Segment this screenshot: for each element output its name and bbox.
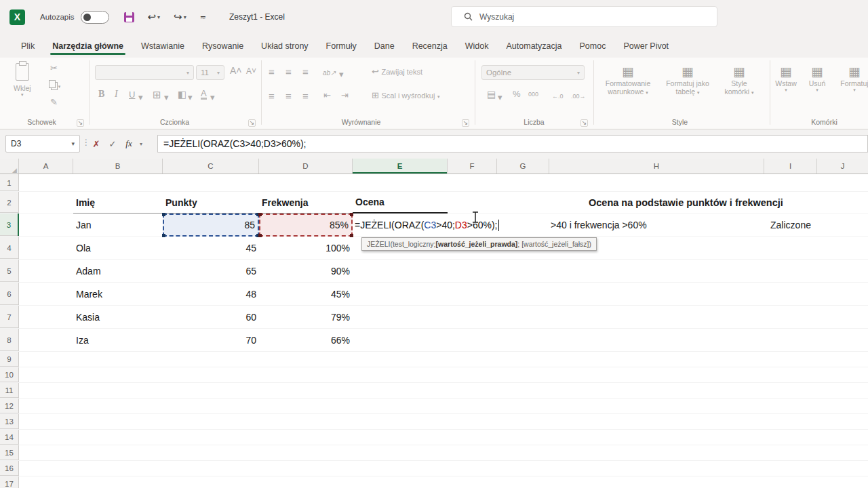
select-all-button[interactable]: ◢	[0, 159, 19, 174]
cell-d6[interactable]: 45%	[259, 283, 353, 306]
shrink-font-button[interactable]: A˅	[246, 66, 256, 76]
cell-d5[interactable]: 90%	[259, 260, 353, 283]
search-input[interactable]: Wyszukaj	[451, 6, 717, 27]
cancel-button[interactable]	[89, 135, 104, 152]
tab-automatyzacja[interactable]: Automatyzacja	[498, 34, 571, 58]
column-header-b[interactable]: B	[73, 159, 163, 174]
comma-style-button[interactable]: 000	[528, 91, 538, 98]
format-cells-button[interactable]: Formatuj	[837, 64, 868, 93]
cell-c7[interactable]: 60	[163, 306, 259, 329]
column-header-j[interactable]: J	[817, 159, 868, 174]
row-header-1[interactable]: 1	[0, 174, 19, 191]
row-header-17[interactable]: 17	[0, 476, 19, 488]
align-top-button[interactable]	[269, 66, 275, 77]
percent-style-button[interactable]: %	[513, 89, 521, 99]
row-header-14[interactable]: 14	[0, 430, 19, 445]
excel-logo-icon[interactable]: X	[9, 9, 25, 25]
align-right-button[interactable]	[302, 90, 309, 102]
row-header-7[interactable]: 7	[0, 306, 19, 328]
format-painter-button[interactable]	[50, 97, 58, 107]
dialog-launcher-liczba[interactable]: ↘	[580, 119, 588, 127]
dialog-launcher-schowek[interactable]: ↘	[77, 119, 84, 127]
column-header-e[interactable]: E	[353, 159, 448, 174]
increase-indent-button[interactable]	[341, 90, 349, 100]
cell-c3-ref-highlight[interactable]: 85	[163, 214, 259, 237]
cell-d4[interactable]: 100%	[259, 237, 353, 260]
row-header-12[interactable]: 12	[0, 399, 19, 413]
borders-button[interactable]	[153, 89, 161, 101]
enter-button[interactable]	[105, 135, 120, 152]
cell-i3[interactable]: Zaliczone	[764, 214, 817, 237]
format-as-table-button[interactable]: Formatuj jako tabelę	[663, 64, 712, 97]
row-header-16[interactable]: 16	[0, 461, 19, 476]
tab-recenzja[interactable]: Recenzja	[403, 34, 456, 58]
customize-qat-button[interactable]: ≂	[200, 13, 206, 22]
cell-c8[interactable]: 70	[163, 329, 259, 352]
accounting-dropdown[interactable]	[498, 92, 502, 102]
orientation-button[interactable]	[323, 67, 336, 77]
number-format-select[interactable]: Ogólne	[481, 65, 585, 80]
row-header-11[interactable]: 11	[0, 383, 19, 398]
wrap-text-button[interactable]: Zawijaj tekst	[372, 66, 422, 77]
cell-b2[interactable]: Imię	[73, 192, 163, 214]
row-header-3[interactable]: 3	[0, 214, 19, 236]
fill-color-dropdown[interactable]	[188, 92, 193, 102]
cell-d2[interactable]: Frekwenja	[259, 192, 353, 214]
tab-pomoc[interactable]: Pomoc	[570, 34, 614, 58]
cell-d8[interactable]: 66%	[259, 329, 353, 352]
cell-d3-ref-highlight[interactable]: 85%	[259, 214, 353, 237]
row-header-10[interactable]: 10	[0, 367, 19, 382]
cell-c4[interactable]: 45	[163, 237, 259, 260]
cell-styles-button[interactable]: Style komórki	[717, 64, 761, 97]
ref-handle[interactable]	[258, 213, 262, 216]
row-header-8[interactable]: 8	[0, 329, 19, 351]
align-left-button[interactable]	[269, 90, 275, 102]
column-header-a[interactable]: A	[19, 159, 73, 174]
row-header-13[interactable]: 13	[0, 414, 19, 429]
underline-button[interactable]: U	[129, 89, 135, 100]
dialog-launcher-wyrownanie[interactable]: ↘	[462, 119, 469, 127]
underline-dropdown[interactable]	[138, 92, 143, 102]
insert-function-button[interactable]: fx	[121, 135, 136, 152]
redo-button[interactable]	[174, 11, 186, 23]
bold-button[interactable]: B	[98, 89, 104, 100]
save-icon[interactable]	[124, 12, 134, 22]
column-header-c[interactable]: C	[163, 159, 259, 174]
accounting-format-button[interactable]	[487, 89, 496, 100]
paste-button[interactable]: Wklej	[14, 63, 31, 98]
cell-b3[interactable]: Jan	[73, 214, 163, 237]
borders-dropdown[interactable]	[164, 92, 169, 102]
row-header-5[interactable]: 5	[0, 260, 19, 282]
cell-c6[interactable]: 48	[163, 283, 259, 306]
align-middle-button[interactable]	[285, 66, 292, 77]
tab-narzedzia-glowne[interactable]: Narzędzia główne	[43, 34, 132, 58]
cell-b6[interactable]: Marek	[73, 283, 163, 306]
column-header-d[interactable]: D	[259, 159, 353, 174]
name-box[interactable]: D3	[5, 135, 80, 152]
conditional-formatting-button[interactable]: Formatowanie warunkowe	[604, 64, 652, 97]
cell-e2[interactable]: Ocena	[353, 192, 448, 214]
column-header-f[interactable]: F	[448, 159, 497, 174]
font-name-select[interactable]	[95, 65, 194, 80]
insert-cells-button[interactable]: Wstaw	[773, 64, 799, 93]
tab-widok[interactable]: Widok	[456, 34, 498, 58]
row-header-15[interactable]: 15	[0, 445, 19, 460]
cell-c2[interactable]: Punkty	[163, 192, 259, 214]
delete-cells-button[interactable]: Usuń	[804, 64, 830, 93]
increase-decimal-button[interactable]	[552, 90, 564, 100]
font-color-dropdown[interactable]	[210, 92, 215, 102]
tab-wstawianie[interactable]: Wstawianie	[132, 34, 193, 58]
cell-h3[interactable]: >40 i frekwencja >60%	[549, 214, 764, 237]
cell-b5[interactable]: Adam	[73, 260, 163, 283]
column-header-g[interactable]: G	[497, 159, 549, 174]
tab-uklad-strony[interactable]: Układ strony	[252, 34, 317, 58]
cell-d7[interactable]: 79%	[259, 306, 353, 329]
decrease-indent-button[interactable]	[323, 90, 331, 100]
font-size-select[interactable]: 11	[196, 65, 224, 80]
cell-c5[interactable]: 65	[163, 260, 259, 283]
tab-rysowanie[interactable]: Rysowanie	[193, 34, 252, 58]
dialog-launcher-czcionka[interactable]: ↘	[248, 119, 256, 127]
grow-font-button[interactable]: A˄	[230, 65, 242, 76]
row-header-4[interactable]: 4	[0, 237, 19, 259]
cell-h2-title[interactable]: Ocena na podstawie punktów i frekwencji	[549, 192, 764, 214]
